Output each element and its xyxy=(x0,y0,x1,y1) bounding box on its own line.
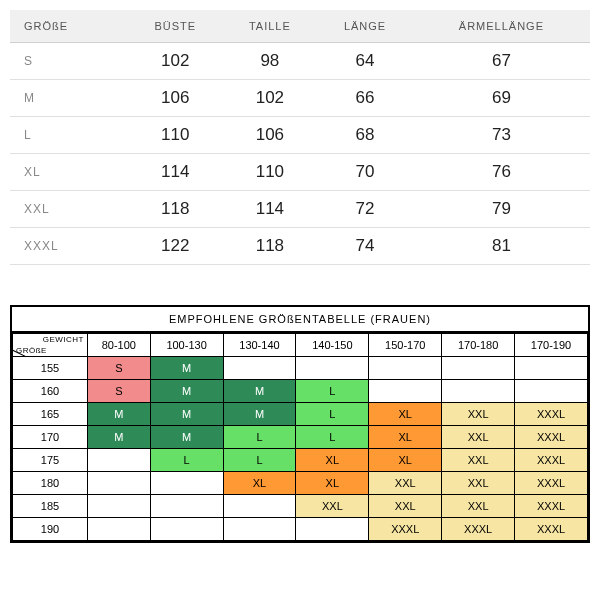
cell-length: 68 xyxy=(317,117,413,154)
cell-bust: 122 xyxy=(128,228,222,265)
weight-col-header: 170-180 xyxy=(442,334,515,357)
cell-size: L xyxy=(10,117,128,154)
size-cell xyxy=(150,472,223,495)
size-cell xyxy=(369,357,442,380)
cell-length: 70 xyxy=(317,154,413,191)
cell-length: 64 xyxy=(317,43,413,80)
size-cell: XL xyxy=(223,472,296,495)
col-bust: BÜSTE xyxy=(128,10,222,43)
size-cell xyxy=(88,449,151,472)
height-row-header: 165 xyxy=(13,403,88,426)
height-row-header: 155 xyxy=(13,357,88,380)
size-cell: XXL xyxy=(442,472,515,495)
cell-waist: 102 xyxy=(222,80,317,117)
cell-sleeve: 69 xyxy=(413,80,590,117)
size-cell: M xyxy=(150,403,223,426)
size-cell: XXL xyxy=(296,495,369,518)
size-cell: M xyxy=(150,357,223,380)
table-row: L1101066873 xyxy=(10,117,590,154)
size-cell: XXL xyxy=(442,495,515,518)
size-cell xyxy=(296,357,369,380)
cell-sleeve: 81 xyxy=(413,228,590,265)
cell-waist: 98 xyxy=(222,43,317,80)
size-cell xyxy=(369,380,442,403)
height-row-header: 175 xyxy=(13,449,88,472)
size-cell xyxy=(88,495,151,518)
size-cell: XXL xyxy=(442,426,515,449)
weight-col-header: 150-170 xyxy=(369,334,442,357)
cell-bust: 110 xyxy=(128,117,222,154)
cell-sleeve: 76 xyxy=(413,154,590,191)
size-cell: XXL xyxy=(442,449,515,472)
table-row: XL1141107076 xyxy=(10,154,590,191)
cell-size: XXXL xyxy=(10,228,128,265)
table-row: 165MMMLXLXXLXXXL xyxy=(13,403,588,426)
size-cell xyxy=(88,472,151,495)
size-cell: XXXL xyxy=(442,518,515,541)
size-cell: M xyxy=(150,380,223,403)
size-cell: L xyxy=(296,403,369,426)
size-cell: L xyxy=(150,449,223,472)
weight-col-header: 170-190 xyxy=(515,334,588,357)
size-cell xyxy=(223,495,296,518)
size-cell: XXXL xyxy=(515,495,588,518)
cell-waist: 114 xyxy=(222,191,317,228)
cell-bust: 102 xyxy=(128,43,222,80)
size-cell xyxy=(515,357,588,380)
size-cell xyxy=(296,518,369,541)
size-cell xyxy=(515,380,588,403)
size-cell: S xyxy=(88,380,151,403)
cell-bust: 114 xyxy=(128,154,222,191)
table-row: 190XXXLXXXLXXXL xyxy=(13,518,588,541)
table-row: M1061026669 xyxy=(10,80,590,117)
cell-sleeve: 79 xyxy=(413,191,590,228)
size-cell: L xyxy=(296,380,369,403)
table-row: XXXL1221187481 xyxy=(10,228,590,265)
size-cell: XXL xyxy=(442,403,515,426)
size-cell xyxy=(88,518,151,541)
height-row-header: 180 xyxy=(13,472,88,495)
size-cell: XL xyxy=(369,449,442,472)
height-row-header: 185 xyxy=(13,495,88,518)
table-row: XXL1181147279 xyxy=(10,191,590,228)
cell-waist: 106 xyxy=(222,117,317,154)
weight-col-header: 140-150 xyxy=(296,334,369,357)
size-cell xyxy=(150,518,223,541)
col-sleeve: ÄRMELLÄNGE xyxy=(413,10,590,43)
cell-waist: 110 xyxy=(222,154,317,191)
table-row: 155SM xyxy=(13,357,588,380)
size-cell xyxy=(223,357,296,380)
size-cell xyxy=(223,518,296,541)
cell-length: 72 xyxy=(317,191,413,228)
table-row: 180XLXLXXLXXLXXXL xyxy=(13,472,588,495)
size-cell: M xyxy=(88,403,151,426)
size-cell: S xyxy=(88,357,151,380)
size-cell: L xyxy=(296,426,369,449)
size-cell: XXXL xyxy=(515,449,588,472)
cell-bust: 106 xyxy=(128,80,222,117)
size-cell: M xyxy=(150,426,223,449)
size-cell: XXXL xyxy=(515,403,588,426)
corner-cell: GEWICHT GRÖßE xyxy=(13,334,88,357)
size-cell: M xyxy=(223,403,296,426)
recommended-size-title: EMPFOHLENE GRÖßENTABELLE (FRAUEN) xyxy=(12,307,588,333)
cell-size: M xyxy=(10,80,128,117)
size-cell: XL xyxy=(296,472,369,495)
size-cell: M xyxy=(223,380,296,403)
size-cell: XL xyxy=(296,449,369,472)
cell-bust: 118 xyxy=(128,191,222,228)
size-cell: XL xyxy=(369,426,442,449)
size-cell: XXXL xyxy=(515,518,588,541)
cell-sleeve: 67 xyxy=(413,43,590,80)
size-cell xyxy=(442,357,515,380)
recommended-size-table: GEWICHT GRÖßE 80-100100-130130-140140-15… xyxy=(12,333,588,541)
height-row-header: 190 xyxy=(13,518,88,541)
size-cell: XXL xyxy=(369,495,442,518)
size-cell: XXXL xyxy=(515,426,588,449)
size-cell: XL xyxy=(369,403,442,426)
corner-height-label: GRÖßE xyxy=(16,346,47,355)
recommended-size-table-wrap: EMPFOHLENE GRÖßENTABELLE (FRAUEN) GEWICH… xyxy=(10,305,590,543)
table-row: S102986467 xyxy=(10,43,590,80)
table-row: 170MMLLXLXXLXXXL xyxy=(13,426,588,449)
height-row-header: 160 xyxy=(13,380,88,403)
